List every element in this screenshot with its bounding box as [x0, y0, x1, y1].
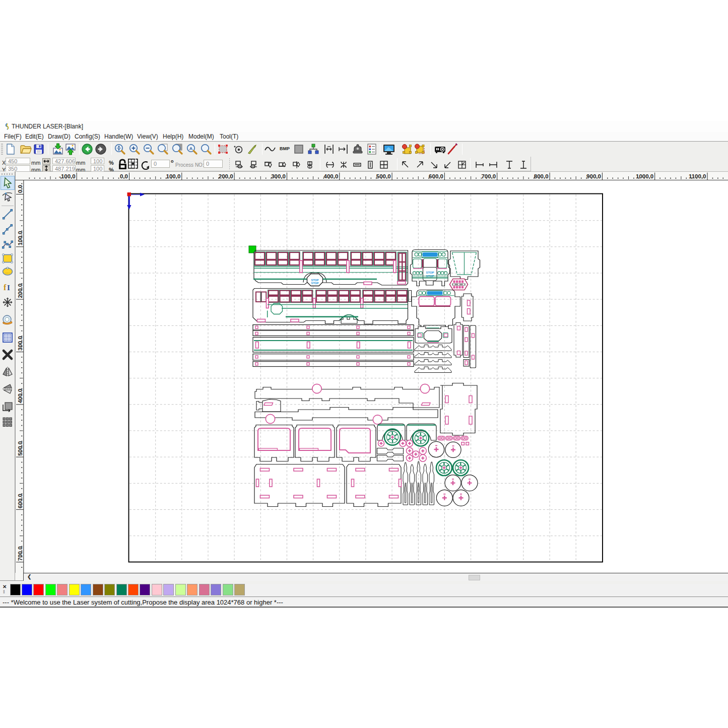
svg-text:-100.0: -100.0: [59, 173, 76, 179]
svg-text:A: A: [189, 146, 193, 151]
svg-text:0.0: 0.0: [17, 185, 23, 193]
svg-text:200.0: 200.0: [219, 173, 233, 179]
svg-text:500.0: 500.0: [376, 173, 391, 179]
svg-text:900.0: 900.0: [586, 173, 601, 179]
svg-text:600.0: 600.0: [429, 173, 443, 179]
svg-text:600.0: 600.0: [17, 494, 23, 508]
svg-text:400.0: 400.0: [324, 173, 339, 179]
svg-text:f: f: [4, 283, 7, 292]
svg-text:STOP: STOP: [311, 282, 318, 285]
svg-text:100.0: 100.0: [166, 173, 181, 179]
svg-text:700.0: 700.0: [481, 173, 496, 179]
svg-text:300.0: 300.0: [17, 336, 23, 351]
svg-text:0.0: 0.0: [120, 173, 128, 179]
svg-text:STOP: STOP: [426, 271, 434, 274]
svg-text:1100.0: 1100.0: [689, 173, 706, 179]
svg-text:300.0: 300.0: [271, 173, 286, 179]
svg-text:100.0: 100.0: [17, 231, 23, 246]
svg-text:I: I: [7, 284, 10, 292]
svg-text:400.0: 400.0: [17, 389, 23, 404]
svg-text:500.0: 500.0: [17, 441, 23, 456]
svg-text:1000.0: 1000.0: [636, 173, 653, 179]
svg-text:700.0: 700.0: [17, 546, 23, 561]
svg-text:200.0: 200.0: [17, 284, 23, 298]
svg-text:800.0: 800.0: [534, 173, 549, 179]
